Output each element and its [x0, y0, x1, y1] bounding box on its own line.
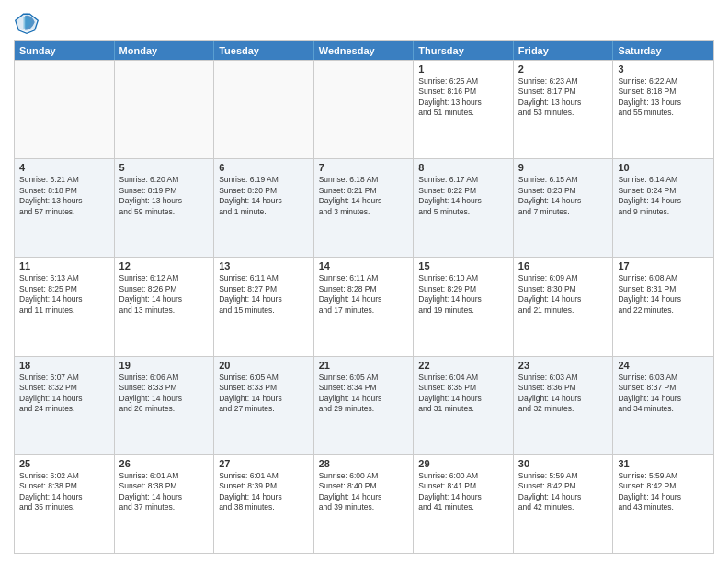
day-number: 19 [119, 360, 210, 371]
cell-info: Sunrise: 6:00 AM Sunset: 8:41 PM Dayligh… [418, 471, 508, 513]
weekday-header: Tuesday [214, 41, 314, 60]
calendar-header: SundayMondayTuesdayWednesdayThursdayFrid… [15, 41, 713, 60]
cell-info: Sunrise: 6:15 AM Sunset: 8:23 PM Dayligh… [518, 175, 609, 217]
day-number: 16 [518, 260, 609, 271]
day-number: 30 [518, 458, 609, 469]
cell-info: Sunrise: 6:23 AM Sunset: 8:17 PM Dayligh… [518, 76, 609, 119]
cell-info: Sunrise: 6:11 AM Sunset: 8:28 PM Dayligh… [319, 273, 409, 316]
calendar-cell: 2Sunrise: 6:23 AM Sunset: 8:17 PM Daylig… [514, 61, 614, 158]
calendar-cell [214, 61, 314, 158]
calendar-cell: 27Sunrise: 6:01 AM Sunset: 8:39 PM Dayli… [214, 455, 314, 553]
day-number: 5 [119, 162, 210, 173]
day-number: 29 [418, 458, 508, 469]
page: SundayMondayTuesdayWednesdayThursdayFrid… [0, 0, 728, 563]
calendar-cell: 1Sunrise: 6:25 AM Sunset: 8:16 PM Daylig… [414, 61, 514, 158]
calendar-cell: 30Sunrise: 5:59 AM Sunset: 8:42 PM Dayli… [514, 455, 614, 553]
calendar-cell: 22Sunrise: 6:04 AM Sunset: 8:35 PM Dayli… [414, 357, 514, 454]
cell-info: Sunrise: 6:01 AM Sunset: 8:39 PM Dayligh… [219, 471, 309, 513]
weekday-header: Monday [115, 41, 215, 60]
calendar-cell: 15Sunrise: 6:10 AM Sunset: 8:29 PM Dayli… [414, 258, 514, 355]
logo-icon [14, 9, 40, 35]
calendar-cell: 4Sunrise: 6:21 AM Sunset: 8:18 PM Daylig… [15, 159, 115, 257]
cell-info: Sunrise: 6:13 AM Sunset: 8:25 PM Dayligh… [19, 273, 109, 316]
day-number: 21 [319, 360, 409, 371]
day-number: 31 [618, 458, 709, 469]
calendar-cell: 17Sunrise: 6:08 AM Sunset: 8:31 PM Dayli… [613, 258, 713, 355]
cell-info: Sunrise: 6:05 AM Sunset: 8:34 PM Dayligh… [319, 373, 409, 415]
weekday-header: Wednesday [314, 41, 415, 60]
calendar-cell [314, 61, 415, 158]
calendar-cell: 26Sunrise: 6:01 AM Sunset: 8:38 PM Dayli… [115, 455, 215, 553]
calendar-cell: 20Sunrise: 6:05 AM Sunset: 8:33 PM Dayli… [214, 357, 314, 454]
calendar-cell: 14Sunrise: 6:11 AM Sunset: 8:28 PM Dayli… [314, 258, 415, 355]
day-number: 25 [19, 458, 109, 469]
calendar-cell [15, 61, 115, 158]
cell-info: Sunrise: 6:22 AM Sunset: 8:18 PM Dayligh… [618, 76, 709, 119]
cell-info: Sunrise: 6:17 AM Sunset: 8:22 PM Dayligh… [418, 175, 508, 217]
cell-info: Sunrise: 6:01 AM Sunset: 8:38 PM Dayligh… [119, 471, 210, 513]
cell-info: Sunrise: 6:05 AM Sunset: 8:33 PM Dayligh… [219, 373, 309, 415]
day-number: 11 [19, 260, 109, 271]
day-number: 6 [219, 162, 309, 173]
cell-info: Sunrise: 6:02 AM Sunset: 8:38 PM Dayligh… [19, 471, 109, 513]
calendar-cell: 3Sunrise: 6:22 AM Sunset: 8:18 PM Daylig… [613, 61, 713, 158]
day-number: 22 [418, 360, 508, 371]
cell-info: Sunrise: 6:12 AM Sunset: 8:26 PM Dayligh… [119, 273, 210, 316]
day-number: 3 [618, 63, 709, 75]
calendar-cell: 12Sunrise: 6:12 AM Sunset: 8:26 PM Dayli… [115, 258, 215, 355]
cell-info: Sunrise: 6:03 AM Sunset: 8:37 PM Dayligh… [618, 373, 709, 415]
calendar-row: 4Sunrise: 6:21 AM Sunset: 8:18 PM Daylig… [15, 158, 713, 257]
cell-info: Sunrise: 6:08 AM Sunset: 8:31 PM Dayligh… [618, 273, 709, 316]
cell-info: Sunrise: 6:25 AM Sunset: 8:16 PM Dayligh… [418, 76, 508, 119]
calendar-row: 25Sunrise: 6:02 AM Sunset: 8:38 PM Dayli… [15, 454, 713, 553]
cell-info: Sunrise: 6:20 AM Sunset: 8:19 PM Dayligh… [119, 175, 210, 217]
calendar-row: 1Sunrise: 6:25 AM Sunset: 8:16 PM Daylig… [15, 60, 713, 158]
weekday-header: Saturday [613, 41, 713, 60]
calendar-cell: 7Sunrise: 6:18 AM Sunset: 8:21 PM Daylig… [314, 159, 415, 257]
cell-info: Sunrise: 6:07 AM Sunset: 8:32 PM Dayligh… [19, 373, 109, 415]
calendar-cell: 10Sunrise: 6:14 AM Sunset: 8:24 PM Dayli… [613, 159, 713, 257]
calendar-cell: 21Sunrise: 6:05 AM Sunset: 8:34 PM Dayli… [314, 357, 415, 454]
day-number: 24 [618, 360, 709, 371]
day-number: 4 [19, 162, 109, 173]
calendar-cell [115, 61, 215, 158]
logo [14, 9, 43, 35]
calendar-row: 18Sunrise: 6:07 AM Sunset: 8:32 PM Dayli… [15, 356, 713, 454]
weekday-header: Sunday [15, 41, 115, 60]
cell-info: Sunrise: 6:19 AM Sunset: 8:20 PM Dayligh… [219, 175, 309, 217]
calendar-cell: 9Sunrise: 6:15 AM Sunset: 8:23 PM Daylig… [514, 159, 614, 257]
calendar-cell: 24Sunrise: 6:03 AM Sunset: 8:37 PM Dayli… [613, 357, 713, 454]
cell-info: Sunrise: 6:03 AM Sunset: 8:36 PM Dayligh… [518, 373, 609, 415]
day-number: 14 [319, 260, 409, 271]
calendar-cell: 28Sunrise: 6:00 AM Sunset: 8:40 PM Dayli… [314, 455, 415, 553]
calendar-cell: 29Sunrise: 6:00 AM Sunset: 8:41 PM Dayli… [414, 455, 514, 553]
calendar-cell: 16Sunrise: 6:09 AM Sunset: 8:30 PM Dayli… [514, 258, 614, 355]
day-number: 28 [319, 458, 409, 469]
day-number: 26 [119, 458, 210, 469]
day-number: 12 [119, 260, 210, 271]
calendar-cell: 23Sunrise: 6:03 AM Sunset: 8:36 PM Dayli… [514, 357, 614, 454]
day-number: 23 [518, 360, 609, 371]
day-number: 15 [418, 260, 508, 271]
cell-info: Sunrise: 5:59 AM Sunset: 8:42 PM Dayligh… [518, 471, 609, 513]
cell-info: Sunrise: 6:04 AM Sunset: 8:35 PM Dayligh… [418, 373, 508, 415]
cell-info: Sunrise: 6:14 AM Sunset: 8:24 PM Dayligh… [618, 175, 709, 217]
calendar-cell: 31Sunrise: 5:59 AM Sunset: 8:42 PM Dayli… [613, 455, 713, 553]
cell-info: Sunrise: 6:06 AM Sunset: 8:33 PM Dayligh… [119, 373, 210, 415]
cell-info: Sunrise: 6:10 AM Sunset: 8:29 PM Dayligh… [418, 273, 508, 316]
calendar-cell: 11Sunrise: 6:13 AM Sunset: 8:25 PM Dayli… [15, 258, 115, 355]
weekday-header: Friday [514, 41, 614, 60]
cell-info: Sunrise: 6:09 AM Sunset: 8:30 PM Dayligh… [518, 273, 609, 316]
cell-info: Sunrise: 6:00 AM Sunset: 8:40 PM Dayligh… [319, 471, 409, 513]
day-number: 27 [219, 458, 309, 469]
weekday-header: Thursday [414, 41, 514, 60]
day-number: 9 [518, 162, 609, 173]
cell-info: Sunrise: 6:18 AM Sunset: 8:21 PM Dayligh… [319, 175, 409, 217]
day-number: 20 [219, 360, 309, 371]
cell-info: Sunrise: 6:11 AM Sunset: 8:27 PM Dayligh… [219, 273, 309, 316]
day-number: 1 [418, 63, 508, 75]
calendar-row: 11Sunrise: 6:13 AM Sunset: 8:25 PM Dayli… [15, 257, 713, 355]
cell-info: Sunrise: 5:59 AM Sunset: 8:42 PM Dayligh… [618, 471, 709, 513]
day-number: 8 [418, 162, 508, 173]
calendar-cell: 25Sunrise: 6:02 AM Sunset: 8:38 PM Dayli… [15, 455, 115, 553]
